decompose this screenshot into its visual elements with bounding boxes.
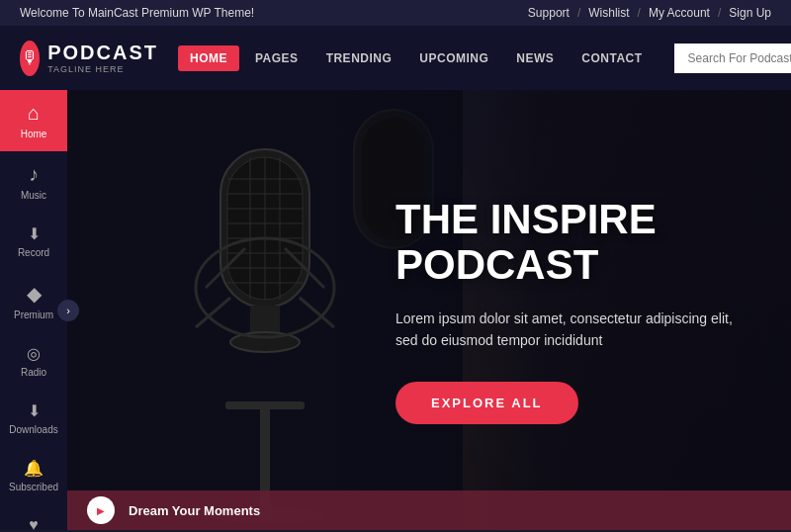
main-wrapper: ⌂ Home ♪ Music ⬇ Record ◆ Premium › ◎ Ra…	[0, 90, 791, 530]
top-bar-links: Support / Wishlist / My Account / Sign U…	[528, 6, 771, 20]
sidebar-label-premium: Premium	[14, 310, 53, 320]
bottom-bar-title: Dream Your Moments	[129, 503, 260, 518]
sidebar-label-music: Music	[21, 190, 46, 201]
content-area: THE INSPIRE PODCAST Lorem ipsum dolor si…	[67, 90, 791, 530]
search-input[interactable]	[674, 44, 791, 73]
sidebar-label-radio: Radio	[21, 367, 46, 378]
radio-icon: ◎	[27, 344, 41, 363]
home-icon: ⌂	[28, 102, 40, 125]
logo-text: PODCAST TAGLINE HERE	[47, 42, 158, 74]
nav-trending[interactable]: TRENDING	[314, 45, 404, 71]
brand-name: PODCAST	[47, 42, 158, 64]
header: 🎙 PODCAST TAGLINE HERE HOME PAGES TRENDI…	[0, 26, 791, 90]
sidebar-item-premium[interactable]: ◆ Premium	[0, 270, 67, 332]
sidebar-collapse-arrow[interactable]: ›	[57, 300, 79, 321]
hero-description: Lorem ipsum dolor sit amet, consectetur …	[396, 308, 751, 352]
nav-contact[interactable]: CONTACT	[570, 45, 654, 71]
welcome-text: Welcome To MainCast Premium WP Theme!	[20, 6, 254, 20]
sidebar-label-home: Home	[21, 129, 47, 139]
nav-news[interactable]: NEWS	[504, 45, 566, 71]
search-area: 🔍	[674, 43, 791, 74]
play-button-small[interactable]: ▶	[87, 496, 115, 524]
hero-content: THE INSPIRE PODCAST Lorem ipsum dolor si…	[396, 196, 751, 423]
hero-section: THE INSPIRE PODCAST Lorem ipsum dolor si…	[67, 90, 791, 530]
sidebar-item-home[interactable]: ⌂ Home	[0, 90, 67, 151]
sign-up-link[interactable]: Sign Up	[729, 6, 771, 20]
premium-icon: ◆	[27, 282, 42, 306]
sidebar-label-downloads: Downloads	[9, 424, 57, 435]
nav-pages[interactable]: PAGES	[243, 45, 310, 71]
sidebar-item-record[interactable]: ⬇ Record	[0, 213, 67, 270]
downloads-icon: ⬇	[28, 401, 41, 420]
sidebar: ⌂ Home ♪ Music ⬇ Record ◆ Premium › ◎ Ra…	[0, 90, 67, 530]
bottom-bar: ▶ Dream Your Moments	[67, 490, 791, 530]
my-account-link[interactable]: My Account	[649, 6, 710, 20]
top-bar: Welcome To MainCast Premium WP Theme! Su…	[0, 0, 791, 26]
subscribed-icon: 🔔	[24, 459, 44, 478]
logo: 🎙 PODCAST TAGLINE HERE	[20, 41, 158, 76]
favourite-icon: ♥	[29, 516, 39, 532]
sidebar-item-radio[interactable]: ◎ Radio	[0, 332, 67, 390]
tagline: TAGLINE HERE	[47, 64, 158, 74]
sidebar-item-favourite[interactable]: ♥ Favourite	[0, 504, 67, 532]
nav-upcoming[interactable]: UPCOMING	[407, 45, 500, 71]
sidebar-item-subscribed[interactable]: 🔔 Subscribed	[0, 447, 67, 504]
sidebar-label-record: Record	[18, 247, 49, 258]
main-nav: HOME PAGES TRENDING UPCOMING NEWS CONTAC…	[178, 45, 655, 71]
music-icon: ♪	[29, 163, 39, 186]
nav-home[interactable]: HOME	[178, 45, 239, 71]
support-link[interactable]: Support	[528, 6, 570, 20]
podcast-icon: 🎙	[20, 41, 40, 76]
explore-all-button[interactable]: EXPLORE ALL	[396, 382, 578, 424]
sidebar-label-subscribed: Subscribed	[9, 482, 58, 492]
hero-title: THE INSPIRE PODCAST	[396, 196, 751, 287]
wishlist-link[interactable]: Wishlist	[588, 6, 629, 20]
record-icon: ⬇	[28, 224, 41, 243]
sidebar-item-downloads[interactable]: ⬇ Downloads	[0, 390, 67, 447]
sidebar-item-music[interactable]: ♪ Music	[0, 151, 67, 213]
